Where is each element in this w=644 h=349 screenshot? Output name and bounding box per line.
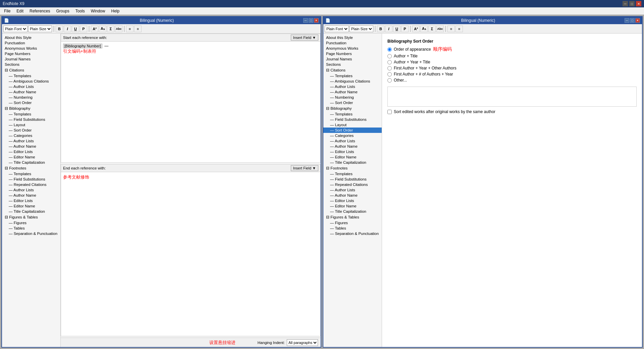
tree-bib-editor-lists[interactable]: — Editor Lists	[2, 149, 60, 154]
underline-button[interactable]: U	[72, 26, 79, 32]
tree-cit-author-name[interactable]: — Author Name	[2, 89, 60, 95]
right-tree-anonymous[interactable]: Anonymous Works	[323, 46, 382, 51]
sort-edited-works-checkbox[interactable]	[387, 110, 392, 114]
tree-bib-sort-order[interactable]: — Sort Order	[2, 128, 60, 133]
right-align-left-button[interactable]: ≡	[447, 26, 455, 32]
bold-button[interactable]: B	[56, 26, 63, 32]
left-panel-close[interactable]: ✕	[314, 18, 319, 23]
menu-help[interactable]: Help	[108, 8, 122, 14]
tree-fn-editor-lists[interactable]: — Editor Lists	[2, 198, 60, 203]
tree-fn-title-cap[interactable]: — Title Capitalization	[2, 209, 60, 214]
start-insert-field-button[interactable]: Insert Field ▼	[291, 35, 318, 41]
left-panel-minimize[interactable]: ─	[303, 18, 308, 23]
tree-fn-editor-name[interactable]: — Editor Name	[2, 203, 60, 209]
tree-bib-field-sub[interactable]: — Field Substitutions	[2, 117, 60, 122]
right-tree-fn-repeated[interactable]: — Repeated Citations	[323, 182, 382, 187]
right-panel-close[interactable]: ✕	[635, 18, 640, 23]
align-right-button[interactable]: ≡	[134, 26, 142, 32]
tree-cit-sort-order[interactable]: — Sort Order	[2, 100, 60, 105]
radio-author-year-title-input[interactable]	[387, 60, 392, 64]
right-tree-bib-title-cap[interactable]: — Title Capitalization	[323, 160, 382, 165]
radio-first-author-count-year[interactable]: First Author + # of Authors + Year	[387, 72, 637, 77]
right-tree-fn-title-cap[interactable]: — Title Capitalization	[323, 209, 382, 214]
tree-fn-author-lists[interactable]: — Author Lists	[2, 187, 60, 193]
left-size-select[interactable]: Plain Size	[28, 26, 52, 32]
radio-first-author-year-other-input[interactable]	[387, 66, 392, 70]
tree-punctuation[interactable]: Punctuation	[2, 40, 60, 46]
right-tree-fn-editor-lists[interactable]: — Editor Lists	[323, 198, 382, 203]
custom-sort-textarea[interactable]	[387, 87, 637, 107]
symbol-button[interactable]: Σ	[107, 26, 114, 32]
smallcaps-button[interactable]: Abc	[115, 26, 122, 32]
end-ref-text-area[interactable]: 参考文献修饰	[61, 172, 320, 336]
right-tree-cit-author-name[interactable]: — Author Name	[323, 89, 382, 95]
right-italic-button[interactable]: I	[385, 26, 392, 32]
maximize-button[interactable]: □	[629, 1, 635, 6]
right-tree-bib-author-lists[interactable]: — Author Lists	[323, 138, 382, 144]
right-tree-figures-group[interactable]: ⊟ Figures & Tables	[323, 214, 382, 220]
tree-page-numbers[interactable]: Page Numbers	[2, 51, 60, 56]
right-tree-citations-group[interactable]: ⊟ Citations	[323, 67, 382, 73]
right-bold-button[interactable]: B	[377, 26, 384, 32]
right-tree-fn-editor-name[interactable]: — Editor Name	[323, 203, 382, 209]
menu-window[interactable]: Window	[88, 8, 108, 14]
tree-figures-group[interactable]: ⊟ Figures & Tables	[2, 214, 60, 220]
tree-bibliography-group[interactable]: ⊟ Bibliography	[2, 105, 60, 111]
right-tree-footnotes-group[interactable]: ⊟ Footnotes	[323, 165, 382, 171]
right-tree-bib-categories[interactable]: — Categories	[323, 133, 382, 138]
tree-citations-group[interactable]: ⊟ Citations	[2, 67, 60, 73]
right-tree-about[interactable]: About this Style	[323, 35, 382, 40]
right-tree-bib-sort-order[interactable]: — Sort Order	[323, 128, 382, 133]
tree-bib-editor-name[interactable]: — Editor Name	[2, 154, 60, 160]
right-tree-fn-templates[interactable]: — Templates	[323, 171, 382, 177]
menu-tools[interactable]: Tools	[73, 8, 88, 14]
tree-bib-author-name[interactable]: — Author Name	[2, 144, 60, 149]
right-tree-bib-field-sub[interactable]: — Field Substitutions	[323, 117, 382, 122]
tree-bib-layout[interactable]: — Layout	[2, 122, 60, 128]
radio-first-author-count-year-input[interactable]	[387, 72, 392, 77]
radio-author-title[interactable]: Author + Title	[387, 54, 637, 58]
minimize-button[interactable]: ─	[623, 1, 628, 6]
right-panel-maximize[interactable]: □	[630, 18, 635, 23]
tree-cit-numbering[interactable]: — Numbering	[2, 95, 60, 100]
tree-cit-templates[interactable]: — Templates	[2, 73, 60, 79]
right-tree-cit-author-lists[interactable]: — Author Lists	[323, 84, 382, 89]
right-panel-minimize[interactable]: ─	[625, 18, 629, 23]
subscript-button[interactable]: A₁	[99, 26, 106, 32]
right-tree-journal-names[interactable]: Journal Names	[323, 56, 382, 62]
right-tree-fn-field-sub[interactable]: — Field Substitutions	[323, 177, 382, 182]
align-left-button[interactable]: ≡	[126, 26, 133, 32]
right-size-select[interactable]: Plain Size	[350, 26, 373, 32]
tree-about[interactable]: About this Style	[2, 35, 60, 40]
right-plain-button[interactable]: P	[401, 26, 409, 32]
radio-author-year-title[interactable]: Author + Year + Title	[387, 60, 637, 64]
right-tree-fn-author-lists[interactable]: — Author Lists	[323, 187, 382, 193]
tree-bib-templates[interactable]: — Templates	[2, 111, 60, 117]
menu-references[interactable]: References	[27, 8, 53, 14]
right-tree-sections[interactable]: Sections	[323, 62, 382, 67]
radio-other[interactable]: Other...	[387, 78, 637, 83]
right-tree-cit-sort-order[interactable]: — Sort Order	[323, 100, 382, 105]
radio-order-appearance[interactable]: Order of appearance 顺序编码	[387, 46, 637, 52]
right-tree-bib-author-name[interactable]: — Author Name	[323, 144, 382, 149]
close-button[interactable]: ✕	[636, 1, 641, 6]
radio-order-appearance-input[interactable]	[387, 47, 392, 52]
right-tree-sep-punct[interactable]: — Separation & Punctuation	[323, 231, 382, 236]
left-font-select[interactable]: Plain Font	[3, 26, 28, 32]
right-symbol-button[interactable]: Σ	[428, 26, 436, 32]
tree-sep-punct[interactable]: — Separation & Punctuation	[2, 231, 60, 236]
right-tree-cit-templates[interactable]: — Templates	[323, 73, 382, 79]
left-panel-maximize[interactable]: □	[309, 18, 313, 23]
plain-button[interactable]: P	[80, 26, 87, 32]
right-tree-bib-editor-lists[interactable]: — Editor Lists	[323, 149, 382, 154]
tree-fn-author-name[interactable]: — Author Name	[2, 193, 60, 198]
tree-journal-names[interactable]: Journal Names	[2, 56, 60, 62]
right-font-select[interactable]: Plain Font	[325, 26, 349, 32]
right-tree-bib-editor-name[interactable]: — Editor Name	[323, 154, 382, 160]
italic-button[interactable]: I	[64, 26, 71, 32]
tree-fn-templates[interactable]: — Templates	[2, 171, 60, 177]
tree-tables[interactable]: — Tables	[2, 226, 60, 231]
right-tree-bib-layout[interactable]: — Layout	[323, 122, 382, 128]
tree-figures[interactable]: — Figures	[2, 220, 60, 226]
radio-other-input[interactable]	[387, 78, 392, 83]
